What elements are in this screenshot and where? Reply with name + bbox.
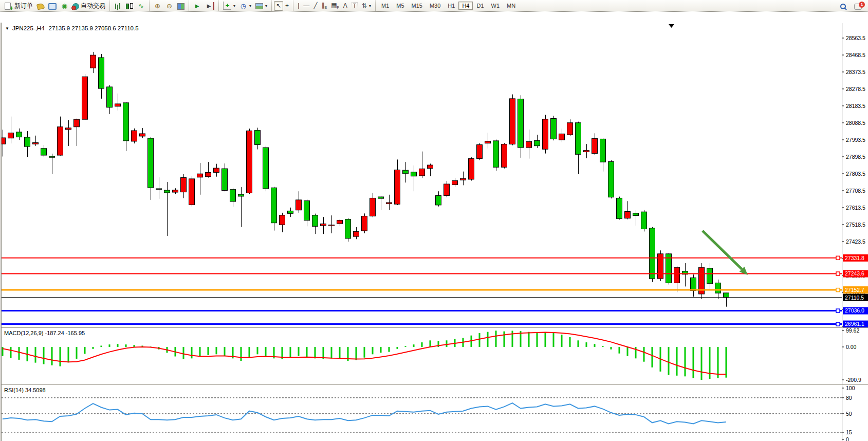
candle[interactable] bbox=[567, 119, 573, 136]
arrows-button[interactable]: ⇅▾ bbox=[360, 1, 373, 11]
candle[interactable] bbox=[66, 120, 71, 146]
panel-separator[interactable] bbox=[0, 327, 868, 328]
periods-button[interactable]: ◷▾ bbox=[237, 1, 253, 11]
candle[interactable] bbox=[49, 154, 55, 174]
candle[interactable] bbox=[493, 140, 499, 171]
rsi-panel-canvas[interactable]: 1008050150 bbox=[0, 385, 868, 441]
new-order-button[interactable]: 新订单 bbox=[2, 1, 35, 11]
candle[interactable] bbox=[288, 208, 293, 217]
timeframe-m30[interactable]: M30 bbox=[426, 2, 444, 10]
candle[interactable] bbox=[222, 163, 228, 191]
signals-button[interactable]: ◉ bbox=[59, 1, 70, 11]
candle[interactable] bbox=[658, 250, 663, 281]
line-handle[interactable] bbox=[836, 309, 840, 313]
candle[interactable] bbox=[625, 201, 631, 219]
autotrading-button[interactable]: 自动交易 bbox=[70, 1, 107, 11]
candle[interactable] bbox=[99, 54, 104, 99]
main-chart-canvas[interactable]: 26948.527043.527138.527233.527328.527423… bbox=[0, 23, 868, 328]
text-label-button[interactable]: T bbox=[349, 1, 360, 11]
candle[interactable] bbox=[691, 274, 696, 297]
candle[interactable] bbox=[206, 162, 211, 177]
candle[interactable] bbox=[428, 163, 433, 176]
market-depth-button[interactable] bbox=[46, 1, 59, 11]
candle[interactable] bbox=[370, 193, 376, 217]
chart-shift-marker[interactable] bbox=[669, 24, 674, 28]
candle[interactable] bbox=[551, 116, 557, 140]
candle[interactable] bbox=[633, 210, 639, 226]
auto-scroll-button[interactable]: ▶ bbox=[191, 1, 203, 11]
candle[interactable] bbox=[247, 128, 252, 194]
candle[interactable] bbox=[576, 122, 581, 174]
candle[interactable] bbox=[707, 263, 713, 289]
crosshair-button[interactable]: + bbox=[283, 1, 291, 11]
candle[interactable] bbox=[181, 174, 187, 198]
candle[interactable] bbox=[469, 157, 474, 180]
line-handle[interactable] bbox=[836, 256, 840, 260]
timeframe-w1[interactable]: W1 bbox=[488, 2, 504, 10]
macd-panel-canvas[interactable]: 99.620.00-200.9 bbox=[0, 328, 868, 385]
candle[interactable] bbox=[452, 178, 458, 187]
candle[interactable] bbox=[337, 219, 343, 226]
timeframe-mn[interactable]: MN bbox=[503, 2, 519, 10]
chart-shift-button[interactable]: ▶ bbox=[203, 1, 216, 11]
timeframe-m5[interactable]: M5 bbox=[393, 2, 408, 10]
candlestick-chart-button[interactable] bbox=[123, 1, 135, 11]
candle[interactable] bbox=[608, 160, 614, 198]
candle[interactable] bbox=[436, 191, 441, 207]
candle[interactable] bbox=[312, 214, 318, 234]
candle[interactable] bbox=[263, 146, 269, 192]
candle[interactable] bbox=[304, 199, 310, 227]
candle[interactable] bbox=[33, 136, 39, 146]
candle[interactable] bbox=[724, 293, 729, 307]
fibonacci-button[interactable]: ▦F bbox=[329, 1, 341, 11]
candle[interactable] bbox=[197, 163, 203, 195]
panel-separator[interactable] bbox=[0, 384, 868, 385]
candle[interactable] bbox=[164, 182, 170, 236]
equidistant-channel-button[interactable]: ∥E bbox=[319, 1, 329, 11]
candle[interactable] bbox=[378, 196, 384, 210]
candle[interactable] bbox=[641, 210, 647, 232]
candle[interactable] bbox=[156, 177, 162, 199]
candle[interactable] bbox=[543, 115, 548, 154]
candle[interactable] bbox=[8, 117, 14, 143]
candle[interactable] bbox=[25, 131, 30, 157]
candle[interactable] bbox=[255, 128, 261, 150]
candle[interactable] bbox=[90, 52, 96, 73]
candle[interactable] bbox=[148, 137, 154, 200]
candle[interactable] bbox=[477, 143, 483, 160]
bar-chart-button[interactable] bbox=[112, 1, 123, 11]
candle[interactable] bbox=[674, 266, 680, 292]
candle[interactable] bbox=[82, 74, 88, 120]
candle[interactable] bbox=[107, 85, 113, 114]
candle[interactable] bbox=[419, 152, 425, 178]
zoom-out-button[interactable]: ⊖ bbox=[163, 1, 175, 11]
candle[interactable] bbox=[296, 191, 302, 213]
candle[interactable] bbox=[115, 94, 121, 111]
candle[interactable] bbox=[617, 197, 622, 220]
timeframe-m1[interactable]: M1 bbox=[378, 2, 393, 10]
indicators-button[interactable]: +▾ bbox=[221, 1, 237, 11]
zoom-in-button[interactable]: ⊕ bbox=[152, 1, 163, 11]
candle[interactable] bbox=[386, 195, 392, 210]
candle[interactable] bbox=[600, 138, 606, 172]
economic-calendar-button[interactable] bbox=[35, 1, 46, 11]
candle[interactable] bbox=[140, 128, 145, 138]
candle[interactable] bbox=[123, 102, 129, 151]
line-handle[interactable] bbox=[836, 288, 840, 292]
candle[interactable] bbox=[58, 117, 63, 156]
timeframe-m15[interactable]: M15 bbox=[408, 2, 426, 10]
trendline-button[interactable]: ╱ bbox=[311, 1, 319, 11]
candle[interactable] bbox=[518, 95, 524, 158]
timeframe-d1[interactable]: D1 bbox=[473, 2, 487, 10]
candle[interactable] bbox=[699, 263, 705, 299]
candle[interactable] bbox=[403, 162, 409, 182]
community-button[interactable]: 1 bbox=[852, 1, 864, 11]
candle[interactable] bbox=[526, 130, 532, 159]
symbol-dropdown-icon[interactable]: ▼ bbox=[5, 26, 9, 31]
candle[interactable] bbox=[271, 187, 277, 231]
search-button[interactable] bbox=[838, 1, 848, 11]
candle[interactable] bbox=[460, 172, 466, 186]
horizontal-line-button[interactable]: — bbox=[301, 1, 311, 11]
vertical-line-button[interactable]: | bbox=[296, 1, 301, 11]
line-handle[interactable] bbox=[836, 272, 840, 275]
